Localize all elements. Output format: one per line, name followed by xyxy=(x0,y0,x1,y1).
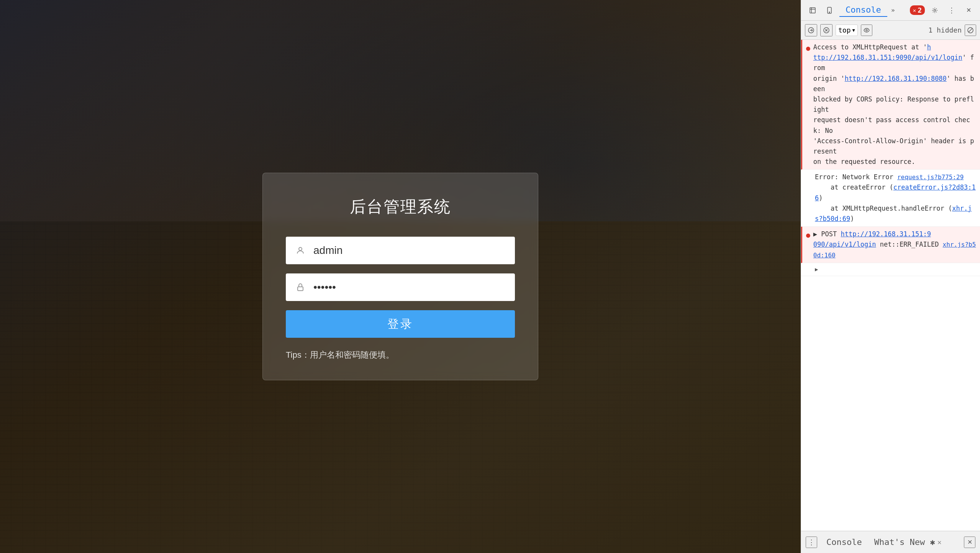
device-toggle-button[interactable] xyxy=(823,3,836,17)
devtools-settings-button[interactable] xyxy=(928,3,942,17)
close-bottom-icon: ✕ xyxy=(967,538,972,546)
username-input-group xyxy=(286,237,515,264)
console-entry-expandable: ▶ xyxy=(801,263,980,276)
svg-point-4 xyxy=(829,12,830,13)
login-button[interactable]: 登录 xyxy=(286,310,515,338)
console-output: ● Access to XMLHttpRequest at 'http://19… xyxy=(801,40,980,531)
user-icon xyxy=(293,244,307,257)
clear-console-button[interactable] xyxy=(820,24,833,36)
three-dots-icon: ⋮ xyxy=(948,6,955,15)
request-source-link[interactable]: request.js?b775:29 xyxy=(897,173,964,181)
devtools-more-button[interactable]: ⋮ xyxy=(945,3,959,17)
devtools-top-toolbar: Console » ✕ 2 ⋮ ✕ xyxy=(801,0,980,21)
more-tabs-button[interactable]: » xyxy=(887,5,899,16)
error-circle-icon-2: ● xyxy=(806,230,810,240)
network-error-text: Error: Network Error request.js?b775:29 … xyxy=(815,172,976,224)
login-title: 后台管理系统 xyxy=(286,196,515,218)
filter-eye-button[interactable] xyxy=(861,25,872,36)
console-entry-cors-error: ● Access to XMLHttpRequest at 'http://19… xyxy=(801,40,980,170)
console-entry-network-error: Error: Network Error request.js?b775:29 … xyxy=(801,170,980,227)
login-card: 后台管理系统 xyxy=(262,173,538,380)
devtools-bottom-bar: ⋮ Console What's New ✱ ✕ ✕ xyxy=(801,531,980,553)
post-url-link[interactable]: http://192.168.31.151:9 xyxy=(841,230,931,238)
lock-icon xyxy=(293,280,307,294)
bottom-console-tab[interactable]: Console xyxy=(823,536,865,548)
expand-arrow-button[interactable]: ▶ xyxy=(815,265,818,273)
close-bottom-panel-button[interactable]: ✕ xyxy=(964,537,975,548)
svg-point-5 xyxy=(934,9,936,11)
post-error-text: ▶ POST http://192.168.31.151:9 090/api/v… xyxy=(813,229,976,260)
bottom-whats-new-tab[interactable]: What's New ✱ ✕ xyxy=(871,536,945,548)
cors-error-text: Access to XMLHttpRequest at 'http://192.… xyxy=(813,42,976,167)
inspect-element-button[interactable] xyxy=(806,3,819,17)
close-whats-new-tab-button[interactable]: ✕ xyxy=(937,538,942,546)
page-background: 后台管理系统 xyxy=(0,0,801,553)
svg-rect-2 xyxy=(810,8,815,13)
password-input-group xyxy=(286,273,515,301)
devtools-second-toolbar: top ▼ 1 hidden xyxy=(801,21,980,40)
context-label: top xyxy=(838,26,851,34)
three-dots-vertical-icon: ⋮ xyxy=(808,538,815,546)
xhr-source-link[interactable]: 090/api/v1/login xyxy=(813,241,876,248)
devtools-close-button[interactable]: ✕ xyxy=(962,3,975,17)
console-entry-post-error: ● ▶ POST http://192.168.31.151:9 090/api… xyxy=(801,227,980,263)
whats-new-label: What's New ✱ xyxy=(874,537,935,547)
svg-point-13 xyxy=(866,29,867,31)
devtools-tab-bar: Console » xyxy=(839,3,899,17)
close-devtools-icon: ✕ xyxy=(966,7,971,14)
error-count: 2 xyxy=(918,6,922,14)
dropdown-chevron-icon: ▼ xyxy=(852,28,855,33)
error-count-badge: ✕ 2 xyxy=(910,5,925,15)
execution-context-dropdown[interactable]: top ▼ xyxy=(836,25,858,36)
console-tab[interactable]: Console xyxy=(839,3,887,17)
api-login-link[interactable]: http://192.168.31.151:9090/api/v1/login xyxy=(813,43,962,61)
svg-point-0 xyxy=(299,247,302,250)
login-overlay: 后台管理系统 xyxy=(262,173,538,380)
password-field[interactable] xyxy=(313,281,507,293)
origin-link[interactable]: http://192.168.31.190:8080 xyxy=(845,75,947,82)
execute-button[interactable] xyxy=(805,24,817,36)
svg-rect-1 xyxy=(298,287,303,291)
create-error-link[interactable]: createError.js?2d83:16 xyxy=(815,183,976,201)
bottom-more-button[interactable]: ⋮ xyxy=(806,537,817,548)
xhr-handle-error-link[interactable]: xhr.js?b50d:69 xyxy=(815,205,972,223)
error-circle-icon: ● xyxy=(806,43,810,53)
no-entry-filter-button[interactable] xyxy=(965,25,976,36)
devtools-panel: Console » ✕ 2 ⋮ ✕ xyxy=(801,0,980,553)
hidden-count-label: 1 hidden xyxy=(928,26,962,34)
svg-line-15 xyxy=(969,28,972,32)
username-field[interactable] xyxy=(313,244,507,257)
browser-content: 后台管理系统 xyxy=(0,0,801,553)
error-x-icon: ✕ xyxy=(913,7,916,13)
tips-text: Tips：用户名和密码随便填。 xyxy=(286,349,515,361)
